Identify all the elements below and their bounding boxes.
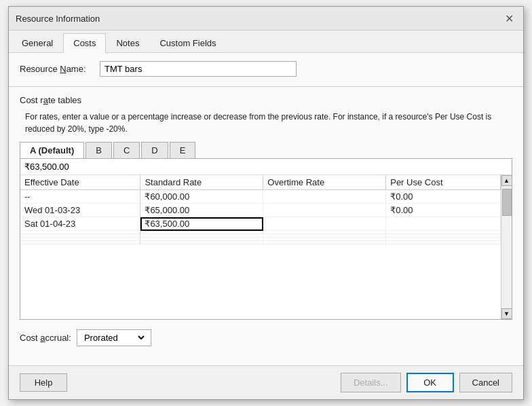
- table-row[interactable]: Sat 01-04-23 ₹63,500.00: [20, 217, 501, 231]
- cost-accrual-select[interactable]: Start End Prorated: [81, 332, 147, 344]
- scroll-up-button[interactable]: ▲: [501, 175, 512, 186]
- resource-information-dialog: Resource Information ✕ General Costs Not…: [8, 6, 524, 400]
- tab-general[interactable]: General: [12, 33, 63, 52]
- rate-tab-a[interactable]: A (Default): [20, 142, 84, 158]
- table-row[interactable]: Wed 01-03-23 ₹65,000.00 ₹0.00: [20, 204, 501, 217]
- title-bar: Resource Information ✕: [9, 7, 523, 31]
- cell-date-0[interactable]: --: [20, 190, 140, 204]
- table-wrapper: Effective Date Standard Rate Overtime Ra…: [20, 175, 512, 319]
- footer-left: Help: [20, 373, 67, 392]
- cell-overtime-1[interactable]: [263, 204, 386, 217]
- rate-tab-d[interactable]: D: [141, 142, 168, 158]
- cost-accrual-row: Cost accrual: Start End Prorated: [20, 329, 512, 346]
- cell-overtime-2[interactable]: [263, 217, 386, 231]
- table-row[interactable]: [20, 241, 501, 244]
- scrollbar[interactable]: ▲ ▼: [501, 175, 512, 319]
- current-rate-value: ₹63,500.00: [20, 160, 73, 173]
- help-button[interactable]: Help: [20, 373, 67, 392]
- scroll-down-button[interactable]: ▼: [501, 308, 512, 319]
- table-row[interactable]: -- ₹60,000.00 ₹0.00: [20, 190, 501, 204]
- rate-tab-c[interactable]: C: [113, 142, 140, 158]
- cell-peruse-6[interactable]: [386, 241, 501, 244]
- cost-accrual-label: Cost accrual:: [20, 333, 71, 343]
- cell-standard-6[interactable]: [140, 241, 263, 244]
- cell-standard-2[interactable]: ₹63,500.00: [140, 217, 263, 231]
- cell-standard-0[interactable]: ₹60,000.00: [140, 190, 263, 204]
- col-standard-rate: Standard Rate: [140, 175, 263, 190]
- dialog-title: Resource Information: [16, 14, 100, 24]
- resource-name-input[interactable]: [100, 61, 297, 77]
- tab-custom-fields[interactable]: Custom Fields: [149, 33, 226, 52]
- dialog-content: Resource Name: Cost rate tables For rate…: [9, 53, 523, 365]
- dialog-footer: Help Details... OK Cancel: [9, 365, 523, 399]
- rate-table-container: ₹63,500.00 Effective Date Standard Rate …: [20, 158, 512, 320]
- cell-peruse-0[interactable]: ₹0.00: [386, 190, 501, 204]
- info-text: For rates, enter a value or a percentage…: [20, 111, 512, 135]
- resource-name-row: Resource Name:: [20, 61, 512, 77]
- cell-date-6[interactable]: [20, 241, 140, 244]
- tab-bar: General Costs Notes Custom Fields: [9, 31, 523, 53]
- ok-button[interactable]: OK: [406, 373, 454, 392]
- footer-right: Details... OK Cancel: [341, 373, 512, 392]
- cell-peruse-1[interactable]: ₹0.00: [386, 204, 501, 217]
- cost-accrual-select-wrapper[interactable]: Start End Prorated: [77, 329, 151, 346]
- current-rate-row: ₹63,500.00: [20, 159, 512, 175]
- rate-tab-b[interactable]: B: [86, 142, 112, 158]
- cell-peruse-2[interactable]: [386, 217, 501, 231]
- cell-date-2[interactable]: Sat 01-04-23: [20, 217, 140, 231]
- col-overtime-rate: Overtime Rate: [263, 175, 386, 190]
- resource-name-label: Resource Name:: [20, 64, 94, 74]
- rate-tab-e[interactable]: E: [170, 142, 196, 158]
- scroll-track[interactable]: [501, 186, 512, 308]
- close-button[interactable]: ✕: [501, 11, 516, 26]
- scroll-thumb[interactable]: [502, 189, 512, 216]
- tab-notes[interactable]: Notes: [106, 33, 149, 52]
- cell-standard-1[interactable]: ₹65,000.00: [140, 204, 263, 217]
- cell-overtime-0[interactable]: [263, 190, 386, 204]
- col-per-use-cost: Per Use Cost: [386, 175, 501, 190]
- divider-1: [9, 86, 523, 87]
- rate-data-table: Effective Date Standard Rate Overtime Ra…: [20, 175, 501, 244]
- details-button[interactable]: Details...: [341, 373, 401, 392]
- cancel-button[interactable]: Cancel: [459, 373, 512, 392]
- tab-costs[interactable]: Costs: [63, 33, 106, 53]
- table-inner: Effective Date Standard Rate Overtime Ra…: [20, 175, 501, 319]
- col-effective-date: Effective Date: [20, 175, 140, 190]
- cost-rate-tables-label: Cost rate tables: [20, 95, 512, 105]
- cell-overtime-6[interactable]: [263, 241, 386, 244]
- cell-date-1[interactable]: Wed 01-03-23: [20, 204, 140, 217]
- rate-tabs: A (Default) B C D E: [20, 142, 512, 158]
